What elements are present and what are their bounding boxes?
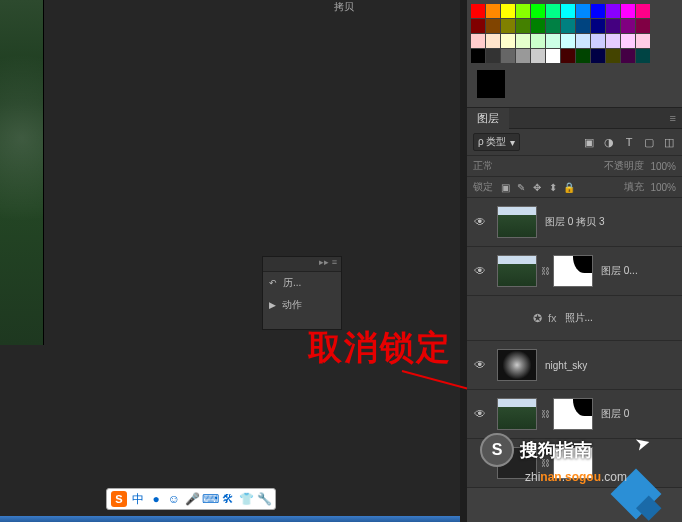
ime-punct-icon[interactable]: ● <box>149 492 163 506</box>
actions-row[interactable]: ▶ 动作 <box>263 294 341 316</box>
lock-all-icon[interactable]: 🔒 <box>563 181 575 193</box>
layer-row[interactable]: 👁night_sky <box>467 341 682 390</box>
swatch[interactable] <box>531 19 545 33</box>
ime-lang-icon[interactable]: 中 <box>131 492 145 506</box>
fx-icon[interactable]: ✪ <box>533 312 542 325</box>
filter-kind-dropdown[interactable]: ρ 类型 ▾ <box>473 133 520 151</box>
swatch[interactable] <box>636 49 650 63</box>
layer-thumbnail[interactable] <box>497 349 537 381</box>
layer-name[interactable]: 图层 0 <box>601 407 676 421</box>
document-image[interactable] <box>0 0 44 345</box>
swatch[interactable] <box>471 34 485 48</box>
swatch[interactable] <box>606 4 620 18</box>
filter-adjust-icon[interactable]: ◑ <box>602 135 616 149</box>
swatch[interactable] <box>606 49 620 63</box>
filter-smart-icon[interactable]: ◫ <box>662 135 676 149</box>
swatch[interactable] <box>501 49 515 63</box>
layer-row[interactable]: 👁图层 0 拷贝 3 <box>467 198 682 247</box>
ime-voice-icon[interactable]: 🎤 <box>185 492 199 506</box>
swatch[interactable] <box>636 4 650 18</box>
ime-logo-icon[interactable]: S <box>111 491 127 507</box>
history-row[interactable]: ↶ 历... <box>263 272 341 294</box>
layer-name[interactable]: 图层 0... <box>601 264 676 278</box>
swatch[interactable] <box>516 19 530 33</box>
swatch[interactable] <box>486 19 500 33</box>
tab-layers[interactable]: 图层 <box>467 108 509 129</box>
swatch[interactable] <box>471 49 485 63</box>
swatch[interactable] <box>591 49 605 63</box>
lock-position-icon[interactable]: ✥ <box>531 181 543 193</box>
layer-thumbnail[interactable] <box>553 398 593 430</box>
swatch[interactable] <box>621 19 635 33</box>
filter-shape-icon[interactable]: ▢ <box>642 135 656 149</box>
swatch[interactable] <box>606 34 620 48</box>
ime-toolbox-icon[interactable]: 🛠 <box>221 492 235 506</box>
swatch[interactable] <box>621 4 635 18</box>
swatch[interactable] <box>576 4 590 18</box>
layer-row[interactable]: 👁⛓图层 0... <box>467 247 682 296</box>
swatch[interactable] <box>486 4 500 18</box>
filter-pixel-icon[interactable]: ▣ <box>582 135 596 149</box>
panel-menu-icon[interactable]: ≡ <box>664 112 682 124</box>
swatch[interactable] <box>486 49 500 63</box>
swatch[interactable] <box>501 19 515 33</box>
foreground-swatch[interactable] <box>477 70 505 98</box>
swatch[interactable] <box>546 49 560 63</box>
ime-settings-icon[interactable]: 🔧 <box>257 492 271 506</box>
lock-paint-icon[interactable]: ✎ <box>515 181 527 193</box>
swatch[interactable] <box>591 34 605 48</box>
layer-thumbnail[interactable] <box>497 206 537 238</box>
swatch[interactable] <box>546 34 560 48</box>
visibility-eye-icon[interactable]: 👁 <box>473 264 487 278</box>
layer-thumbnail[interactable] <box>497 398 537 430</box>
visibility-eye-icon[interactable]: 👁 <box>473 407 487 421</box>
swatch[interactable] <box>531 49 545 63</box>
swatch[interactable] <box>516 4 530 18</box>
swatch[interactable] <box>531 34 545 48</box>
swatch[interactable] <box>516 34 530 48</box>
taskbar[interactable] <box>0 516 460 522</box>
swatch[interactable] <box>561 49 575 63</box>
swatch[interactable] <box>561 19 575 33</box>
visibility-eye-icon[interactable]: 👁 <box>473 215 487 229</box>
panel-collapse-icon[interactable]: ▸▸ ≡ <box>263 257 341 272</box>
swatch[interactable] <box>546 4 560 18</box>
filter-type-icon[interactable]: T <box>622 135 636 149</box>
swatch[interactable] <box>621 34 635 48</box>
swatch[interactable] <box>501 4 515 18</box>
swatch[interactable] <box>591 19 605 33</box>
blend-mode-dropdown[interactable]: 正常 <box>473 159 493 173</box>
history-actions-panel[interactable]: ▸▸ ≡ ↶ 历... ▶ 动作 <box>262 256 342 330</box>
link-icon[interactable]: ⛓ <box>541 407 549 421</box>
ime-emoji-icon[interactable]: ☺ <box>167 492 181 506</box>
swatch[interactable] <box>531 4 545 18</box>
swatch[interactable] <box>621 49 635 63</box>
link-icon[interactable]: ⛓ <box>541 264 549 278</box>
layer-name[interactable]: 照片... <box>565 311 676 325</box>
lock-pixels-icon[interactable]: ▣ <box>499 181 511 193</box>
swatch[interactable] <box>501 34 515 48</box>
layer-name[interactable]: night_sky <box>545 360 676 371</box>
swatch[interactable] <box>471 19 485 33</box>
visibility-eye-icon[interactable] <box>473 311 487 325</box>
swatch[interactable] <box>561 4 575 18</box>
ime-toolbar[interactable]: S 中 ● ☺ 🎤 ⌨ 🛠 👕 🔧 <box>106 488 276 510</box>
fx-badge[interactable]: fx <box>548 312 557 324</box>
swatch[interactable] <box>636 19 650 33</box>
swatches-panel[interactable] <box>467 0 682 108</box>
swatch[interactable] <box>576 34 590 48</box>
fill-value[interactable]: 100% <box>650 182 676 193</box>
swatch[interactable] <box>606 19 620 33</box>
layer-row[interactable]: 👁⛓图层 0 <box>467 390 682 439</box>
layer-name[interactable]: 图层 0 拷贝 3 <box>545 215 676 229</box>
swatch[interactable] <box>576 49 590 63</box>
layer-thumbnail[interactable] <box>497 255 537 287</box>
layer-row[interactable]: ✪fx照片... <box>467 296 682 341</box>
swatch[interactable] <box>546 19 560 33</box>
layer-thumbnail[interactable] <box>553 255 593 287</box>
lock-artboard-icon[interactable]: ⬍ <box>547 181 559 193</box>
swatch[interactable] <box>516 49 530 63</box>
swatch[interactable] <box>636 34 650 48</box>
opacity-value[interactable]: 100% <box>650 161 676 172</box>
visibility-eye-icon[interactable]: 👁 <box>473 358 487 372</box>
